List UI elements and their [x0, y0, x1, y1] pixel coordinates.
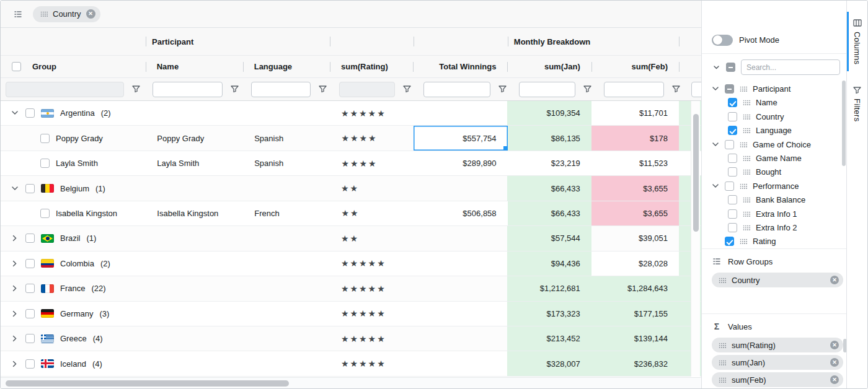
chip-sum-rating-[interactable]: sum(Rating)✕	[712, 338, 843, 352]
cell-sum-feb[interactable]: $28,028	[591, 251, 679, 276]
filter-menu-button[interactable]	[668, 81, 684, 97]
cell-total-winnings[interactable]	[413, 302, 507, 326]
filter-menu-button[interactable]	[314, 81, 330, 97]
cell-sum-jan[interactable]: $94,436	[507, 251, 591, 276]
cell-language[interactable]	[243, 176, 330, 200]
header-sum-feb[interactable]: sum(Feb)	[591, 56, 679, 77]
cell-sum-rating[interactable]: ★★★★★	[330, 326, 413, 351]
drag-handle-icon[interactable]	[743, 197, 750, 203]
cell-name[interactable]	[146, 302, 243, 326]
cell-group[interactable]: Layla Smith	[1, 151, 146, 175]
cell-language[interactable]	[243, 101, 330, 125]
select-all-columns-checkbox[interactable]	[726, 63, 735, 72]
cell-group[interactable]: Colombia(2)	[1, 251, 146, 276]
filter-input-language[interactable]	[251, 82, 311, 97]
chip-sum-jan-[interactable]: sum(Jan)✕	[712, 355, 843, 370]
cell-name[interactable]	[146, 226, 243, 250]
row-checkbox[interactable]	[40, 209, 50, 218]
cell-group[interactable]: Germany(3)	[1, 302, 146, 326]
drag-handle-icon[interactable]	[743, 100, 750, 105]
cell-sum-jan[interactable]: $1,212,681	[507, 276, 591, 300]
chevron-down-icon[interactable]	[11, 109, 19, 118]
row-checkbox[interactable]	[25, 334, 35, 343]
row-checkbox[interactable]	[40, 134, 50, 143]
cell-group[interactable]: Argentina(2)	[1, 101, 146, 125]
remove-chip-button[interactable]: ✕	[830, 276, 839, 284]
remove-chip-button[interactable]: ✕	[830, 375, 839, 384]
cell-language[interactable]	[243, 276, 330, 300]
vertical-scrollbar-thumb[interactable]	[693, 114, 699, 232]
filter-menu-button[interactable]	[399, 81, 415, 97]
chevron-right-icon[interactable]	[11, 284, 19, 293]
cell-language[interactable]	[243, 326, 330, 351]
header-group[interactable]: Group	[1, 56, 146, 77]
chip-country[interactable]: Country✕	[712, 273, 843, 287]
filter-menu-button[interactable]	[579, 81, 595, 97]
cell-sum-rating[interactable]: ★★	[330, 226, 413, 250]
chevron-down-icon[interactable]	[712, 181, 719, 190]
chevron-down-icon[interactable]	[11, 184, 19, 193]
cell-sum-feb[interactable]: $177,155	[591, 302, 679, 326]
cell-sum-feb[interactable]: $178	[591, 126, 679, 150]
cell-total-winnings[interactable]	[413, 251, 507, 276]
cell-sum-jan[interactable]: $66,433	[507, 176, 591, 200]
cell-name[interactable]: Poppy Grady	[146, 126, 243, 150]
tree-checkbox[interactable]	[725, 237, 734, 246]
cell-sum-jan[interactable]: $328,007	[507, 351, 591, 375]
tree-item-game-name[interactable]: Game Name	[702, 151, 848, 165]
row-checkbox[interactable]	[25, 184, 35, 193]
tab-filters[interactable]: Filters	[847, 80, 867, 129]
cell-sum-feb[interactable]: $11,523	[591, 151, 679, 175]
cell-total-winnings[interactable]: $557,754	[414, 126, 508, 150]
filter-menu-button[interactable]	[494, 81, 510, 97]
cell-group[interactable]: Isabella Kingston	[1, 201, 146, 225]
cell-sum-rating[interactable]: ★★★★★	[330, 101, 413, 125]
cell-language[interactable]	[243, 251, 330, 276]
cell-sum-jan[interactable]: $57,544	[507, 226, 591, 250]
chip-sum-feb-[interactable]: sum(Feb)✕	[712, 372, 843, 387]
chevron-right-icon[interactable]	[11, 234, 19, 243]
cell-sum-rating[interactable]: ★★★★	[330, 126, 413, 150]
tree-item-rating[interactable]: Rating	[702, 235, 848, 248]
tree-item-game-of-choice[interactable]: Game of Choice	[702, 138, 848, 151]
vertical-scrollbar[interactable]	[691, 101, 700, 377]
filter-input-total-winnings[interactable]	[423, 82, 490, 97]
tree-checkbox[interactable]	[728, 167, 737, 177]
drag-handle-icon[interactable]	[740, 183, 747, 189]
cell-name[interactable]	[146, 326, 243, 351]
tree-checkbox[interactable]	[728, 126, 737, 135]
drag-handle-icon[interactable]	[740, 142, 747, 147]
cell-total-winnings[interactable]: $289,890	[414, 151, 508, 175]
tree-checkbox[interactable]	[725, 84, 734, 94]
chevron-right-icon[interactable]	[11, 359, 19, 368]
row-checkbox[interactable]	[25, 359, 35, 369]
tree-checkbox[interactable]	[728, 195, 737, 204]
drag-handle-icon[interactable]	[743, 225, 750, 230]
tree-checkbox[interactable]	[728, 209, 737, 219]
tree-checkbox[interactable]	[728, 112, 737, 121]
tree-item-extra-info-1[interactable]: Extra Info 1	[702, 207, 848, 221]
cell-name[interactable]	[146, 176, 243, 200]
drag-handle-icon[interactable]	[40, 11, 48, 17]
cell-group[interactable]: Belgium(1)	[1, 176, 146, 200]
tree-checkbox[interactable]	[728, 223, 737, 232]
header-total-winnings[interactable]: Total Winnings	[413, 56, 507, 77]
tree-item-bought[interactable]: Bought	[702, 165, 848, 179]
drag-handle-icon[interactable]	[743, 169, 750, 175]
tree-scrollbar-thumb[interactable]	[842, 81, 846, 166]
remove-chip-button[interactable]: ✕	[830, 358, 839, 367]
cell-total-winnings[interactable]	[413, 176, 507, 200]
cell-sum-jan[interactable]: $173,323	[507, 302, 591, 326]
cell-sum-rating[interactable]: ★★★★★	[330, 302, 413, 326]
filter-input-name[interactable]	[153, 82, 223, 97]
drag-handle-icon[interactable]	[743, 155, 750, 161]
cell-group[interactable]: Iceland(4)	[1, 351, 146, 375]
cell-language[interactable]: French	[243, 201, 330, 225]
row-checkbox[interactable]	[40, 159, 50, 168]
cell-group[interactable]: Greece(4)	[1, 326, 146, 351]
row-checkbox[interactable]	[25, 309, 35, 318]
chevron-right-icon[interactable]	[11, 309, 19, 318]
cell-sum-rating[interactable]: ★★★★	[330, 151, 413, 175]
tree-item-bank-balance[interactable]: Bank Balance	[702, 193, 848, 206]
column-search-input[interactable]	[741, 59, 840, 75]
